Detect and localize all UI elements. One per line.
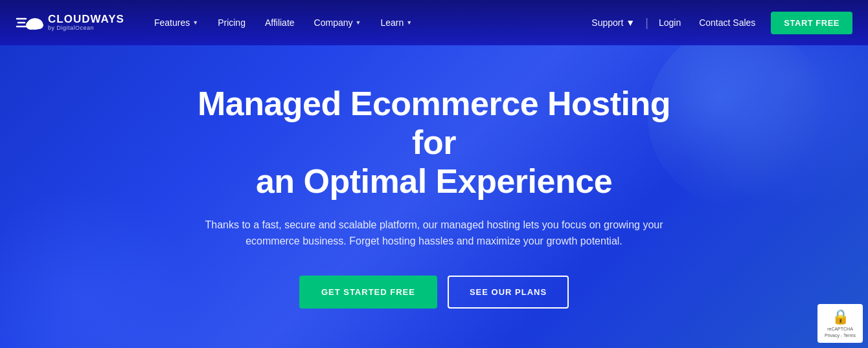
hero-content: Managed Ecommerce Hosting for an Optimal…	[159, 85, 709, 309]
nav-item-login[interactable]: Login	[651, 12, 689, 33]
nav-divider: |	[645, 16, 648, 30]
nav-right: Support ▼ | Login Contact Sales START FR…	[584, 12, 852, 34]
navbar: CLOUDWAYS by DigitalOcean Features ▼ Pri…	[0, 0, 868, 45]
chevron-down-icon: ▼	[406, 19, 412, 26]
start-free-button[interactable]: START FREE	[771, 12, 852, 34]
hero-buttons: GET STARTED FREE SEE OUR PLANS	[172, 276, 696, 309]
nav-item-contact-sales[interactable]: Contact Sales	[691, 12, 763, 33]
recaptcha-icon: 🔒	[832, 309, 849, 325]
recaptcha-badge: 🔒 reCAPTCHA Privacy - Terms	[817, 304, 863, 343]
nav-item-affiliate[interactable]: Affiliate	[256, 12, 304, 33]
recaptcha-sub: Privacy - Terms	[825, 333, 856, 338]
chevron-down-icon: ▼	[356, 19, 361, 26]
nav-item-pricing[interactable]: Pricing	[209, 12, 255, 33]
logo-icon	[16, 11, 44, 34]
hero-subtitle: Thanks to a fast, secure and scalable pl…	[201, 217, 667, 250]
nav-item-learn[interactable]: Learn ▼	[371, 12, 421, 33]
recaptcha-label: reCAPTCHA	[827, 327, 853, 332]
hero-section: CLOUDWAYS by DigitalOcean Features ▼ Pri…	[0, 0, 868, 348]
get-started-button[interactable]: GET STARTED FREE	[299, 276, 437, 309]
see-plans-button[interactable]: SEE OUR PLANS	[448, 276, 569, 309]
logo-sub: by DigitalOcean	[48, 25, 124, 32]
svg-point-5	[34, 21, 43, 29]
logo-text: CLOUDWAYS by DigitalOcean	[48, 14, 124, 32]
chevron-down-icon: ▼	[626, 17, 635, 28]
nav-item-support[interactable]: Support ▼	[584, 12, 643, 33]
nav-item-company[interactable]: Company ▼	[305, 12, 371, 33]
nav-left: Features ▼ Pricing Affiliate Company ▼ L…	[145, 12, 584, 33]
hero-title: Managed Ecommerce Hosting for an Optimal…	[172, 85, 696, 201]
logo-name: CLOUDWAYS	[48, 14, 124, 26]
logo[interactable]: CLOUDWAYS by DigitalOcean	[16, 11, 124, 34]
chevron-down-icon: ▼	[192, 19, 198, 26]
nav-item-features[interactable]: Features ▼	[145, 12, 207, 33]
